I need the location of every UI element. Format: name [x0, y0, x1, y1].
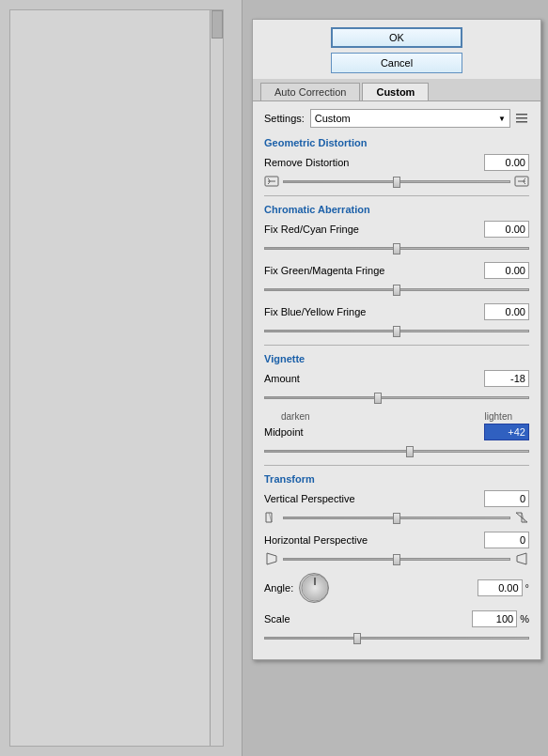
- canvas-area: [9, 9, 224, 747]
- angle-input[interactable]: [478, 579, 523, 596]
- fix-green-magenta-slider-container: [264, 283, 529, 296]
- vertical-scrollbar[interactable]: [210, 10, 223, 746]
- settings-dropdown-value: Custom: [315, 113, 351, 124]
- vertical-perspective-slider-container: [264, 511, 529, 524]
- vertical-perspective-label: Vertical Perspective: [264, 493, 484, 504]
- horizontal-perspective-left-icon: [264, 552, 279, 565]
- svg-marker-7: [266, 513, 272, 522]
- darken-label: darken: [281, 411, 310, 422]
- fix-green-magenta-slider[interactable]: [264, 283, 529, 296]
- ok-button[interactable]: OK: [331, 27, 462, 48]
- divider-3: [264, 465, 529, 466]
- scale-slider-container: [264, 631, 529, 644]
- fix-red-cyan-label: Fix Red/Cyan Fringe: [264, 224, 484, 235]
- chevron-down-icon: ▼: [498, 115, 506, 123]
- fix-red-cyan-slider-container: [264, 241, 529, 255]
- svg-marker-11: [267, 553, 276, 564]
- divider-1: [264, 195, 529, 196]
- tab-auto-correction[interactable]: Auto Correction: [260, 83, 360, 100]
- vertical-perspective-right-icon: [514, 511, 529, 524]
- midpoint-thumb[interactable]: [406, 446, 414, 457]
- horizontal-perspective-row: Horizontal Perspective: [264, 532, 529, 548]
- scale-row: Scale %: [264, 610, 529, 627]
- fix-blue-yellow-row: Fix Blue/Yellow Fringe: [264, 303, 529, 320]
- midpoint-input[interactable]: [484, 424, 529, 440]
- menu-icon: [515, 112, 528, 125]
- vertical-perspective-slider[interactable]: [283, 511, 510, 524]
- cancel-button[interactable]: Cancel: [331, 53, 462, 73]
- section-transform: Transform: [264, 473, 529, 485]
- angle-label: Angle:: [264, 582, 293, 594]
- remove-distortion-input[interactable]: [484, 154, 529, 171]
- fix-red-cyan-row: Fix Red/Cyan Fringe: [264, 221, 529, 238]
- vertical-perspective-row: Vertical Perspective: [264, 490, 529, 507]
- remove-distortion-label: Remove Distortion: [264, 157, 484, 168]
- scale-label: Scale: [264, 613, 472, 625]
- fix-blue-yellow-slider[interactable]: [264, 324, 529, 337]
- fix-blue-yellow-slider-container: [264, 324, 529, 337]
- settings-menu-icon[interactable]: [514, 111, 529, 126]
- fix-blue-yellow-thumb[interactable]: [393, 326, 400, 337]
- fix-green-magenta-row: Fix Green/Magenta Fringe: [264, 262, 529, 279]
- svg-rect-1: [516, 117, 527, 119]
- fix-red-cyan-input[interactable]: [484, 221, 529, 238]
- fix-red-cyan-thumb[interactable]: [393, 243, 400, 255]
- fix-green-magenta-input[interactable]: [484, 262, 529, 279]
- remove-distortion-row: Remove Distortion: [264, 154, 529, 171]
- section-geometric-distortion: Geometric Distortion: [264, 137, 529, 148]
- angle-dial[interactable]: [299, 573, 329, 603]
- lens-correction-dialog: OK Cancel Auto Correction Custom Setting…: [252, 19, 541, 660]
- vertical-perspective-input[interactable]: [484, 490, 529, 507]
- remove-distortion-left-icon: [264, 175, 279, 188]
- horizontal-perspective-thumb[interactable]: [393, 554, 400, 565]
- svg-rect-2: [516, 121, 527, 123]
- fix-blue-yellow-label: Fix Blue/Yellow Fringe: [264, 306, 484, 317]
- fix-blue-yellow-input[interactable]: [484, 303, 529, 320]
- fix-green-magenta-thumb[interactable]: [393, 285, 400, 296]
- tab-custom[interactable]: Custom: [362, 83, 429, 100]
- remove-distortion-right-icon: [514, 175, 529, 188]
- horizontal-perspective-slider-container: [264, 552, 529, 565]
- svg-marker-12: [517, 553, 526, 564]
- remove-distortion-slider-container: [264, 175, 529, 188]
- settings-label: Settings:: [264, 113, 305, 124]
- amount-slider-container: [264, 391, 529, 404]
- svg-marker-9: [516, 513, 527, 522]
- horizontal-perspective-slider[interactable]: [283, 552, 510, 565]
- fix-green-magenta-label: Fix Green/Magenta Fringe: [264, 265, 484, 276]
- scale-input[interactable]: [472, 610, 517, 627]
- amount-slider[interactable]: [264, 391, 529, 404]
- remove-distortion-thumb[interactable]: [393, 177, 400, 188]
- percent-symbol: %: [520, 613, 529, 625]
- amount-input[interactable]: [484, 370, 529, 387]
- horizontal-perspective-right-icon: [514, 552, 529, 565]
- divider-2: [264, 345, 529, 346]
- tab-bar: Auto Correction Custom: [253, 79, 540, 101]
- vertical-perspective-left-icon: [264, 511, 279, 524]
- amount-label: Amount: [264, 373, 484, 384]
- degree-symbol: °: [525, 582, 529, 594]
- section-vignette: Vignette: [264, 353, 529, 364]
- settings-row: Settings: Custom ▼: [264, 109, 529, 128]
- left-panel: [0, 0, 243, 756]
- section-chromatic-aberration: Chromatic Aberration: [264, 204, 529, 215]
- midpoint-slider-container: [264, 444, 529, 457]
- scrollbar-thumb[interactable]: [211, 10, 223, 39]
- settings-dropdown[interactable]: Custom ▼: [310, 109, 510, 128]
- scale-thumb[interactable]: [353, 633, 361, 644]
- scale-slider[interactable]: [264, 631, 529, 644]
- vertical-perspective-thumb[interactable]: [393, 513, 400, 524]
- darken-lighten-labels: darken lighten: [264, 411, 529, 422]
- angle-row: Angle: °: [264, 573, 529, 603]
- midpoint-label: Midpoint: [264, 426, 484, 438]
- fix-red-cyan-slider[interactable]: [264, 241, 529, 255]
- midpoint-slider[interactable]: [264, 444, 529, 457]
- remove-distortion-slider[interactable]: [283, 175, 510, 188]
- amount-row: Amount: [264, 370, 529, 387]
- svg-rect-0: [516, 114, 527, 116]
- lighten-label: lighten: [485, 411, 512, 422]
- dialog-buttons-area: OK Cancel: [253, 20, 540, 79]
- dialog-content: Settings: Custom ▼ Geometric Distortion …: [253, 101, 540, 659]
- horizontal-perspective-input[interactable]: [484, 532, 529, 548]
- amount-thumb[interactable]: [374, 393, 382, 404]
